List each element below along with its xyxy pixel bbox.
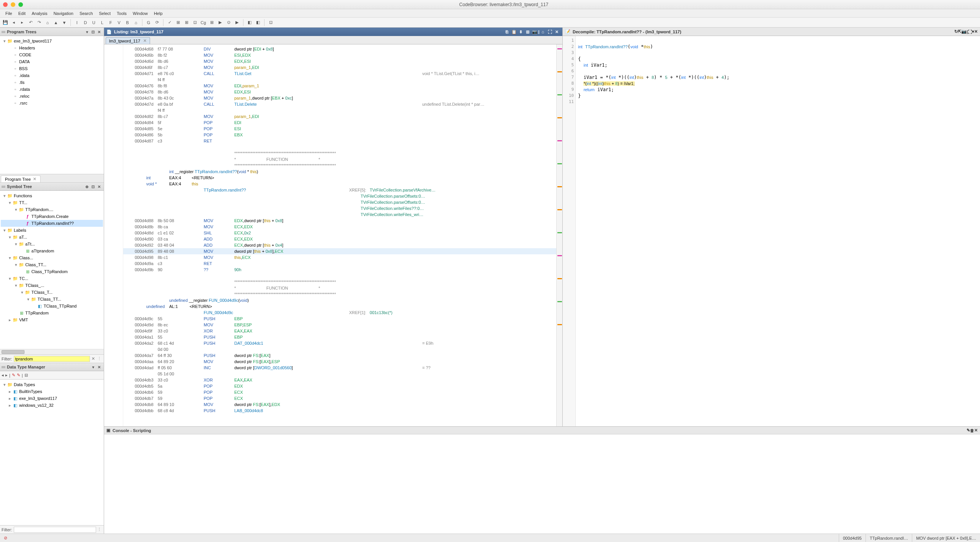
program-tree-tab[interactable]: Program Tree ✕ — [1, 175, 41, 182]
tree-row[interactable]: .idata — [1, 72, 103, 79]
toolbar-button[interactable]: ▼ — [60, 19, 68, 26]
clear-filter-icon[interactable]: ✕ — [90, 356, 96, 361]
toolbar-button[interactable]: U — [90, 19, 98, 26]
program-tree[interactable]: ▾exe_lm3_tpword117HeadersCODEDATABSS.ida… — [0, 36, 104, 174]
snapshot-icon[interactable]: 📷 — [531, 28, 538, 35]
symbol-tree[interactable]: ▾Functions▾TT...▾TTpRandom....TTpRandom.… — [0, 191, 104, 349]
camera-icon[interactable]: ⊡ — [90, 29, 96, 35]
tree-row[interactable]: DATA — [1, 58, 103, 65]
export-icon[interactable]: ⇱ — [958, 29, 961, 34]
tree-row[interactable]: ▾TClass_TT... — [1, 296, 103, 303]
toolbar-button[interactable]: ▶ — [216, 19, 224, 26]
toolbar-button[interactable]: I — [73, 19, 81, 26]
menu-analysis[interactable]: Analysis — [29, 11, 51, 16]
tree-row[interactable]: TTpRandom.randInt?? — [1, 220, 103, 227]
tree-row[interactable]: TTpRandom.Create — [1, 213, 103, 220]
menu-help[interactable]: Help — [151, 11, 166, 16]
menu-select[interactable]: Select — [96, 11, 114, 16]
menu-icon[interactable]: ▾ — [90, 364, 96, 370]
listing-body[interactable]: 000d4d68f7 77 08DIVdword ptr [EDI + 0x8]… — [104, 44, 562, 426]
toolbar-button[interactable]: ⊡ — [267, 19, 274, 26]
close-tab-icon[interactable]: ✕ — [33, 177, 36, 182]
menu-window[interactable]: Window — [130, 11, 151, 16]
toolbar-button[interactable]: ⌂ — [44, 19, 51, 26]
back-icon[interactable]: ◂ — [2, 373, 4, 378]
menu-navigation[interactable]: Navigation — [51, 11, 77, 16]
tree-row[interactable]: .rsrc — [1, 100, 103, 106]
toolbar-button[interactable]: ✓ — [166, 19, 173, 26]
toolbar-button[interactable]: ▶ — [233, 19, 241, 26]
toolbar-button[interactable]: ▸ — [18, 19, 26, 26]
close-tab-icon[interactable]: ✕ — [143, 38, 147, 43]
collapse-icon[interactable]: ⊟ — [24, 373, 28, 378]
tree-row[interactable]: ▾Class_TT... — [1, 261, 103, 268]
close-icon[interactable]: ✕ — [96, 29, 102, 35]
toolbar-button[interactable]: ◧ — [246, 19, 253, 26]
close-icon[interactable]: ✕ — [553, 28, 560, 35]
tree-row[interactable]: ▾TT... — [1, 199, 103, 206]
toolbar-button[interactable]: ⌂ — [132, 19, 140, 26]
tree-row[interactable]: ▾Functions — [1, 192, 103, 199]
tree-row[interactable]: BSS — [1, 65, 103, 72]
tree-row[interactable]: ▾exe_lm3_tpword117 — [1, 38, 103, 44]
datatype-filter-input[interactable] — [14, 527, 96, 533]
menu-file[interactable]: File — [2, 11, 15, 16]
copy-icon[interactable]: ⎘ — [504, 28, 511, 35]
toggle-icon[interactable]: ⊞ — [524, 28, 531, 35]
menu-edit[interactable]: Edit — [15, 11, 29, 16]
filter-options-icon[interactable]: ⋮ — [96, 356, 102, 361]
symbol-filter-input[interactable] — [14, 356, 90, 362]
nav-icon[interactable]: ⬍ — [518, 28, 524, 35]
collapse-icon[interactable]: ▾ — [84, 29, 90, 35]
tree-row[interactable]: ▾TTpRandom.... — [1, 206, 103, 213]
console-body[interactable] — [104, 434, 980, 534]
toolbar-button[interactable]: F — [107, 19, 114, 26]
close-icon[interactable]: ✕ — [974, 29, 978, 34]
toolbar-button[interactable]: ↶ — [27, 19, 34, 26]
tree-row[interactable]: ▸BuiltInTypes — [1, 388, 103, 395]
data-type-tree[interactable]: ▾Data Types▸BuiltInTypes▸exe_lm3_tpword1… — [0, 380, 104, 525]
tree-row[interactable]: Class_TTpRandom — [1, 268, 103, 275]
paste-icon[interactable]: 📋 — [511, 28, 518, 35]
menu-search[interactable]: Search — [77, 11, 96, 16]
toolbar-button[interactable]: ⊞ — [208, 19, 216, 26]
zoom-window-button[interactable] — [18, 2, 23, 7]
toolbar-button[interactable]: ⊞ — [183, 19, 190, 26]
fwd-icon[interactable]: ▸ — [5, 373, 8, 378]
tree-row[interactable]: ▾TClass_... — [1, 282, 103, 289]
toolbar-button[interactable]: V — [115, 19, 123, 26]
tree-row[interactable]: ▾Labels — [1, 227, 103, 234]
tree-row[interactable]: TClass_TTpRand — [1, 303, 103, 309]
toolbar-button[interactable]: ⊡ — [191, 19, 199, 26]
menu-tools[interactable]: Tools — [114, 11, 130, 16]
decompile-code[interactable]: int TTpRandom.randInt??(void *this) { in… — [576, 36, 980, 426]
filter-options-icon[interactable]: ⋮ — [96, 527, 102, 532]
tree-row[interactable]: .tls — [1, 79, 103, 86]
tree-row[interactable]: ▸exe_lm3_tpword117 — [1, 395, 103, 402]
home-icon[interactable]: ⌂ — [539, 28, 546, 35]
refresh-icon[interactable]: ↻ — [954, 29, 958, 34]
script-icon[interactable]: ✎ — [967, 428, 970, 433]
toolbar-button[interactable]: ◧ — [254, 19, 262, 26]
close-window-button[interactable] — [3, 2, 8, 7]
toolbar-button[interactable]: G — [145, 19, 152, 26]
listing-file-tab[interactable]: lm3_tpword_117 ✕ — [106, 37, 150, 44]
close-icon[interactable]: ✕ — [974, 428, 978, 433]
expand-icon[interactable]: ⛶ — [968, 29, 972, 34]
tree-row[interactable]: TTpRandom — [1, 309, 103, 316]
clear-icon[interactable]: 🗑 — [970, 428, 974, 433]
snapshot-icon[interactable]: 📷 — [961, 29, 967, 34]
close-icon[interactable]: ✕ — [96, 364, 102, 370]
tree-row[interactable]: ▾TClass_T... — [1, 289, 103, 296]
toolbar-button[interactable]: Cg — [199, 19, 207, 26]
tree-row[interactable]: ▸windows_vs12_32 — [1, 402, 103, 409]
tree-row[interactable]: .rdata — [1, 86, 103, 93]
tree-row[interactable]: ▾aT... — [1, 234, 103, 241]
toolbar-button[interactable]: D — [82, 19, 89, 26]
new-icon[interactable]: ⊕ — [84, 183, 90, 190]
tree-row[interactable]: ▾Data Types — [1, 381, 103, 388]
expand-icon[interactable]: ⛶ — [546, 28, 553, 35]
tree-row[interactable]: ▸VMT — [1, 316, 103, 323]
tree-row[interactable]: aTtprandom — [1, 247, 103, 254]
minimize-window-button[interactable] — [11, 2, 15, 7]
